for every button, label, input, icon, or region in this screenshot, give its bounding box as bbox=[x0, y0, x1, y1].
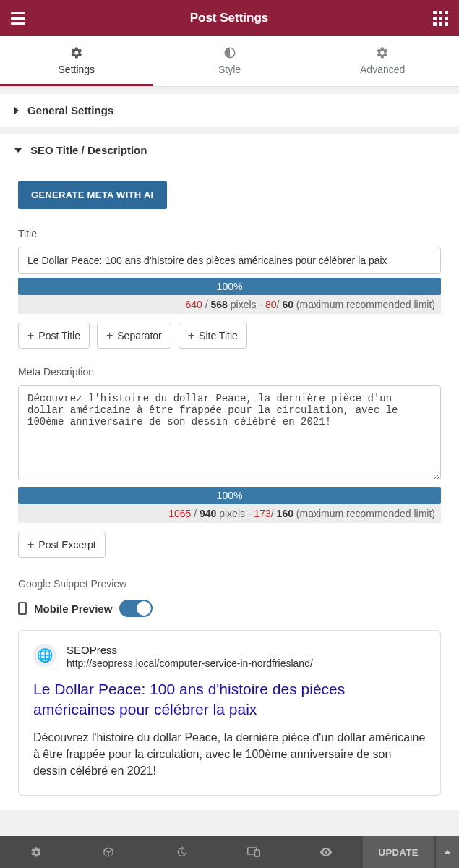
update-options-button[interactable] bbox=[436, 836, 459, 868]
tab-label: Settings bbox=[59, 64, 95, 75]
plus-icon: + bbox=[106, 329, 113, 342]
chip-site-title[interactable]: +Site Title bbox=[179, 323, 247, 349]
bottom-bar: UPDATE bbox=[0, 836, 459, 868]
snippet-title[interactable]: Le Dollar Peace: 100 ans d'histoire des … bbox=[33, 679, 426, 720]
gear-icon bbox=[70, 46, 83, 59]
tab-label: Advanced bbox=[360, 64, 405, 75]
chip-post-title[interactable]: +Post Title bbox=[18, 323, 90, 349]
section-header-general[interactable]: General Settings bbox=[0, 94, 459, 127]
caret-up-icon bbox=[444, 850, 451, 854]
title-pixel-info: 640 / 568 pixels - 80/ 60 (maximum recom… bbox=[18, 295, 441, 314]
update-button[interactable]: UPDATE bbox=[363, 836, 434, 868]
globe-icon: 🌐 bbox=[33, 644, 56, 667]
preview-icon[interactable] bbox=[290, 836, 362, 868]
chip-post-excerpt[interactable]: +Post Excerpt bbox=[18, 532, 106, 558]
mobile-preview-toggle[interactable] bbox=[119, 600, 153, 617]
menu-icon[interactable] bbox=[11, 12, 25, 25]
mobile-preview-label: Mobile Preview bbox=[34, 603, 112, 615]
snippet-description: Découvrez l'histoire du dollar Peace, la… bbox=[33, 729, 426, 780]
tabs: Settings Style Advanced bbox=[0, 36, 459, 87]
meta-progress-bar: 100% bbox=[18, 487, 441, 504]
chip-separator[interactable]: +Separator bbox=[97, 323, 171, 349]
snippet-url: http://seopress.local/computer-service-i… bbox=[67, 658, 313, 669]
contrast-icon bbox=[223, 46, 236, 59]
title-progress-bar: 100% bbox=[18, 278, 441, 295]
snippet-site-name: SEOPress bbox=[67, 644, 313, 656]
plus-icon: + bbox=[27, 538, 34, 551]
history-icon[interactable] bbox=[145, 836, 218, 868]
google-snippet-card: 🌐 SEOPress http://seopress.local/compute… bbox=[18, 630, 441, 796]
caret-right-icon bbox=[14, 107, 19, 114]
section-title: SEO Title / Description bbox=[30, 144, 147, 156]
title-input[interactable] bbox=[18, 247, 441, 274]
gear-icon bbox=[376, 46, 389, 59]
section-seo: SEO Title / Description GENERATE META WI… bbox=[0, 134, 459, 810]
title-label: Title bbox=[18, 228, 441, 239]
tab-label: Style bbox=[218, 64, 241, 75]
panel-settings-icon[interactable] bbox=[0, 836, 72, 868]
meta-label: Meta Description bbox=[18, 366, 441, 378]
navigator-icon[interactable] bbox=[72, 836, 145, 868]
tab-style[interactable]: Style bbox=[153, 36, 306, 86]
generate-meta-ai-button[interactable]: GENERATE META WITH AI bbox=[18, 181, 167, 209]
responsive-icon[interactable] bbox=[218, 836, 290, 868]
snippet-preview-heading: Google Snippet Preview bbox=[18, 578, 441, 590]
svg-rect-1 bbox=[255, 850, 260, 856]
section-general: General Settings bbox=[0, 94, 459, 127]
meta-description-input[interactable] bbox=[18, 385, 441, 480]
app-header: Post Settings bbox=[0, 0, 459, 36]
apps-icon[interactable] bbox=[433, 11, 448, 26]
tab-settings[interactable]: Settings bbox=[0, 36, 153, 86]
tab-advanced[interactable]: Advanced bbox=[306, 36, 459, 86]
meta-pixel-info: 1065 / 940 pixels - 173/ 160 (maximum re… bbox=[18, 504, 441, 523]
mobile-icon bbox=[18, 602, 27, 615]
page-title: Post Settings bbox=[190, 11, 269, 25]
plus-icon: + bbox=[188, 329, 194, 342]
caret-down-icon bbox=[14, 148, 22, 153]
section-title: General Settings bbox=[27, 104, 113, 116]
plus-icon: + bbox=[27, 329, 34, 342]
section-header-seo[interactable]: SEO Title / Description bbox=[0, 134, 459, 166]
